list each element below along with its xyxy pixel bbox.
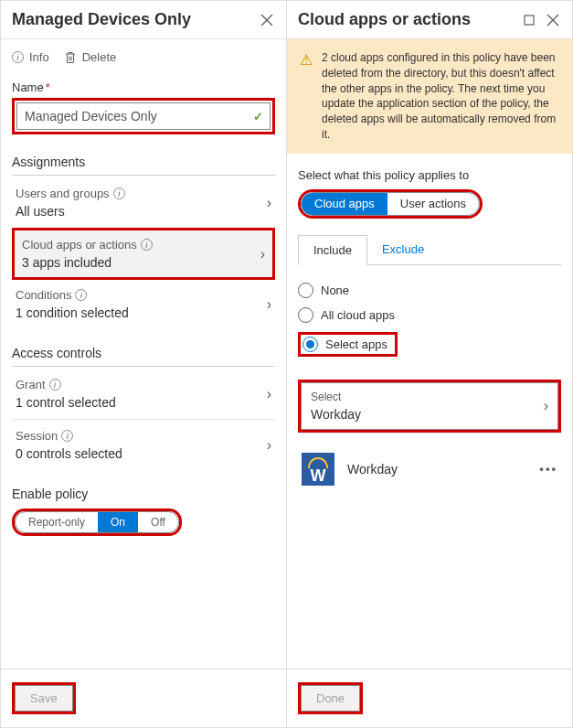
session-title: Session: [16, 429, 58, 443]
chevron-right-icon: ›: [544, 398, 548, 414]
assignments-heading: Assignments: [12, 155, 275, 176]
session-row[interactable]: Session i 0 controls selected ›: [12, 420, 275, 470]
done-button[interactable]: Done: [301, 685, 360, 712]
radio-none-label: None: [321, 284, 349, 297]
conditions-row[interactable]: Conditions i 1 condition selected ›: [12, 279, 275, 329]
info-icon: i: [61, 430, 73, 442]
toggle-off[interactable]: Off: [138, 512, 178, 532]
users-groups-row[interactable]: Users and groups i All users ›: [12, 177, 275, 229]
info-icon: i: [113, 187, 125, 199]
svg-rect-0: [525, 16, 534, 25]
pill-highlight: Cloud apps User actions: [298, 189, 483, 219]
cloud-apps-panel: Cloud apps or actions ⚠ 2 cloud apps con…: [287, 0, 573, 728]
check-icon: ✓: [253, 110, 263, 123]
required-mark: *: [46, 80, 50, 94]
info-icon: i: [12, 51, 24, 63]
pill-user-actions[interactable]: User actions: [387, 193, 479, 215]
warning-icon: ⚠: [300, 50, 313, 143]
radio-all-label: All cloud apps: [321, 308, 395, 322]
enable-policy-highlight: Report-only On Off: [12, 509, 182, 536]
enable-policy-heading: Enable policy: [12, 487, 275, 507]
close-icon[interactable]: [545, 12, 561, 28]
trash-icon: [64, 51, 77, 64]
toggle-on[interactable]: On: [98, 512, 138, 532]
applies-to-toggle: Cloud apps User actions: [301, 192, 480, 216]
workday-icon: W: [302, 453, 334, 486]
conditions-title: Conditions: [16, 288, 71, 302]
radio-icon: [298, 307, 313, 323]
applies-to-label: Select what this policy applies to: [298, 168, 561, 182]
chevron-right-icon: ›: [267, 195, 271, 211]
right-header: Cloud apps or actions: [287, 1, 572, 39]
info-icon: i: [49, 379, 61, 391]
session-value: 0 controls selected: [16, 446, 122, 461]
tab-include[interactable]: Include: [298, 235, 367, 265]
radio-select-label: Select apps: [325, 337, 387, 351]
select-apps-picker[interactable]: Select Workday ›: [301, 382, 558, 430]
close-icon[interactable]: [259, 12, 275, 28]
name-input[interactable]: [16, 102, 271, 130]
left-footer: Save: [1, 669, 286, 727]
name-field-highlight: ✓: [12, 98, 275, 134]
chevron-right-icon: ›: [267, 296, 271, 313]
policy-panel: Managed Devices Only i Info Delete Name*…: [0, 0, 287, 728]
include-exclude-tabs: Include Exclude: [298, 235, 561, 265]
select-label: Select: [311, 391, 361, 403]
more-icon[interactable]: •••: [539, 462, 557, 476]
done-highlight: Done: [298, 682, 363, 714]
users-groups-value: All users: [16, 204, 125, 219]
chevron-right-icon: ›: [260, 246, 265, 262]
app-row: W Workday •••: [298, 442, 561, 497]
warning-text: 2 cloud apps configured in this policy h…: [322, 50, 559, 143]
info-button[interactable]: i Info: [12, 50, 49, 64]
app-name: Workday: [347, 462, 526, 476]
right-footer: Done: [287, 669, 572, 727]
users-groups-title: Users and groups: [16, 187, 110, 200]
chevron-right-icon: ›: [267, 437, 271, 454]
select-highlight: Select Workday ›: [298, 380, 561, 433]
right-body: ⚠ 2 cloud apps configured in this policy…: [287, 39, 572, 669]
radio-select-highlight: Select apps: [298, 332, 398, 357]
left-body: i Info Delete Name* ✓ Assignments Users …: [1, 39, 286, 669]
info-icon: i: [141, 239, 153, 251]
cloud-apps-row[interactable]: Cloud apps or actions i 3 apps included …: [12, 228, 275, 280]
enable-policy-toggle: Report-only On Off: [15, 511, 179, 533]
chevron-right-icon: ›: [267, 386, 271, 402]
toggle-report-only[interactable]: Report-only: [16, 512, 98, 532]
name-label: Name*: [12, 80, 275, 94]
grant-value: 1 control selected: [16, 395, 116, 410]
info-icon: i: [75, 289, 87, 301]
delete-label: Delete: [82, 50, 117, 64]
save-highlight: Save: [12, 682, 76, 714]
left-header-icons: [259, 12, 275, 28]
access-controls-heading: Access controls: [12, 346, 275, 367]
delete-button[interactable]: Delete: [64, 50, 117, 64]
right-header-icons: [521, 12, 561, 28]
info-label: Info: [29, 50, 49, 64]
left-title: Managed Devices Only: [12, 10, 191, 29]
left-header: Managed Devices Only: [1, 1, 286, 39]
radio-icon: [302, 337, 318, 352]
cloud-apps-title: Cloud apps or actions: [22, 238, 137, 252]
select-value: Workday: [311, 407, 361, 422]
grant-title: Grant: [16, 378, 46, 391]
tab-exclude[interactable]: Exclude: [367, 235, 439, 264]
radio-icon: [298, 283, 313, 298]
cloud-apps-value: 3 apps included: [22, 255, 153, 270]
radio-group: None All cloud apps Select apps: [298, 278, 561, 361]
right-title: Cloud apps or actions: [298, 10, 471, 29]
radio-all[interactable]: All cloud apps: [298, 303, 561, 327]
maximize-icon[interactable]: [521, 12, 537, 28]
conditions-value: 1 condition selected: [16, 305, 129, 320]
warning-banner: ⚠ 2 cloud apps configured in this policy…: [287, 39, 572, 154]
radio-select-row[interactable]: Select apps: [298, 327, 561, 361]
toolbar: i Info Delete: [12, 50, 275, 64]
grant-row[interactable]: Grant i 1 control selected ›: [12, 369, 275, 420]
pill-cloud-apps[interactable]: Cloud apps: [302, 193, 387, 215]
radio-none[interactable]: None: [298, 278, 561, 303]
save-button[interactable]: Save: [15, 685, 73, 712]
